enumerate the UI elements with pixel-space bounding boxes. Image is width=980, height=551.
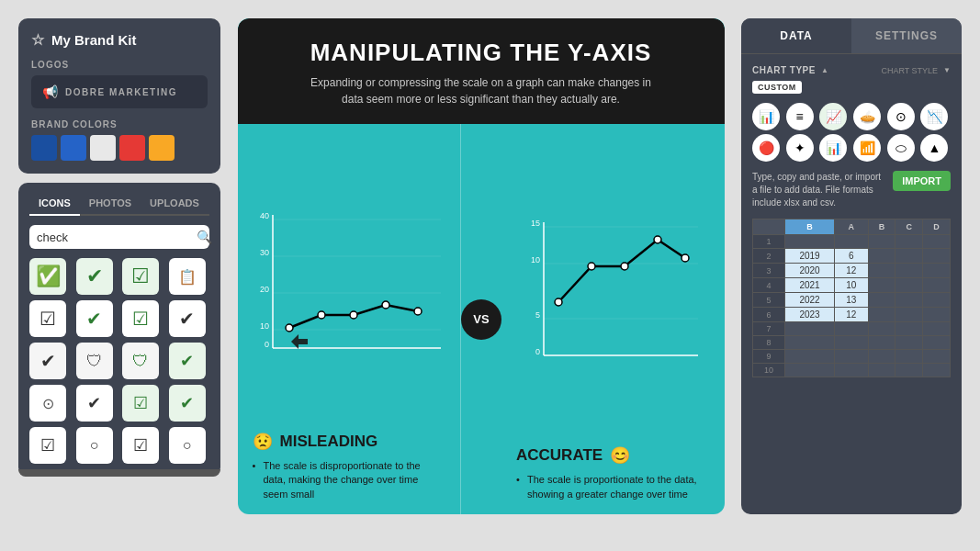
- icon-item[interactable]: ☑: [122, 258, 159, 295]
- icon-item[interactable]: ○: [169, 427, 206, 464]
- cell-e[interactable]: [923, 235, 951, 249]
- cell-c[interactable]: [868, 278, 896, 293]
- cell-b[interactable]: [834, 235, 868, 249]
- icon-item[interactable]: ✔: [169, 343, 206, 379]
- cell-b[interactable]: [834, 350, 868, 364]
- cell-c[interactable]: [868, 350, 896, 364]
- cell-b[interactable]: 12: [834, 264, 868, 278]
- custom-button[interactable]: CUSTOM: [752, 81, 802, 94]
- chart-triangle-icon[interactable]: ▲: [920, 134, 948, 162]
- cell-c[interactable]: [868, 336, 896, 350]
- cell-b[interactable]: [834, 336, 868, 350]
- cell-a[interactable]: 2023: [785, 308, 835, 322]
- cell-d[interactable]: [896, 336, 923, 350]
- col-header-d[interactable]: C: [896, 219, 923, 235]
- cell-e[interactable]: [923, 293, 951, 308]
- cell-a[interactable]: 2022: [785, 293, 835, 308]
- icon-item[interactable]: 🛡: [122, 343, 159, 379]
- cell-b[interactable]: [834, 364, 868, 377]
- cell-e[interactable]: [923, 308, 951, 322]
- cell-a[interactable]: [785, 322, 835, 336]
- cell-c[interactable]: [868, 249, 896, 264]
- icon-item[interactable]: ✔: [76, 385, 113, 422]
- tab-photos[interactable]: PHOTOS: [80, 194, 141, 214]
- cell-d[interactable]: [896, 264, 923, 278]
- cell-c[interactable]: [868, 364, 896, 377]
- col-header-a[interactable]: B: [785, 219, 835, 235]
- icon-item[interactable]: ✔: [76, 300, 113, 337]
- icon-item[interactable]: ✅: [29, 258, 66, 295]
- col-header-e[interactable]: D: [923, 219, 951, 235]
- cell-d[interactable]: [896, 350, 923, 364]
- color-swatch-4[interactable]: [119, 135, 145, 161]
- cell-e[interactable]: [923, 322, 951, 336]
- cell-d[interactable]: [896, 364, 923, 377]
- cell-c[interactable]: [868, 293, 896, 308]
- cell-a[interactable]: 2021: [785, 278, 835, 293]
- color-swatch-5[interactable]: [149, 135, 175, 161]
- chart-scatter-icon[interactable]: 🔴: [752, 134, 780, 162]
- col-header-c[interactable]: B: [868, 219, 896, 235]
- cell-a[interactable]: [785, 364, 835, 377]
- color-swatch-2[interactable]: [61, 135, 86, 161]
- chart-pie-icon[interactable]: 🥧: [853, 103, 881, 130]
- icon-item[interactable]: 🛡: [76, 343, 113, 379]
- tab-uploads[interactable]: UPLOADS: [141, 194, 208, 214]
- tab-icons[interactable]: ICONS: [29, 194, 80, 216]
- tab-data[interactable]: DATA: [741, 18, 851, 53]
- chart-radial-icon[interactable]: ✦: [786, 134, 814, 162]
- icon-item[interactable]: ○: [76, 427, 113, 464]
- cell-d[interactable]: [896, 235, 923, 249]
- cell-a[interactable]: [785, 235, 835, 249]
- cell-e[interactable]: [923, 264, 951, 278]
- cell-d[interactable]: [896, 308, 923, 322]
- cell-e[interactable]: [923, 278, 951, 293]
- chart-oval-icon[interactable]: ⬭: [887, 134, 915, 162]
- chart-column-icon[interactable]: 📊: [819, 134, 847, 162]
- chart-donut-icon[interactable]: ⊙: [887, 103, 915, 130]
- cell-e[interactable]: [923, 350, 951, 364]
- cell-c[interactable]: [868, 264, 896, 278]
- cell-b[interactable]: 6: [834, 249, 868, 264]
- cell-d[interactable]: [896, 249, 923, 264]
- chart-line-icon[interactable]: 📈: [819, 103, 847, 130]
- icon-item[interactable]: ✔: [29, 343, 66, 379]
- import-button[interactable]: IMPORT: [893, 171, 951, 191]
- cell-b[interactable]: 10: [834, 278, 868, 293]
- icon-item[interactable]: 📋: [169, 258, 206, 295]
- cell-e[interactable]: [923, 249, 951, 264]
- search-input[interactable]: [37, 231, 191, 244]
- icon-item[interactable]: ☑: [29, 300, 66, 337]
- cell-a[interactable]: [785, 336, 835, 350]
- cell-a[interactable]: 2019: [785, 249, 835, 264]
- color-swatch-1[interactable]: [31, 135, 57, 161]
- tab-settings[interactable]: SETTINGS: [851, 18, 962, 53]
- icon-item[interactable]: ☑: [122, 385, 159, 422]
- chart-multi-icon[interactable]: 📶: [853, 134, 881, 162]
- cell-c[interactable]: [868, 235, 896, 249]
- cell-b[interactable]: 13: [834, 293, 868, 308]
- icon-item[interactable]: ✔: [169, 300, 206, 337]
- icon-item[interactable]: ⊙: [29, 385, 66, 422]
- cell-c[interactable]: [868, 322, 896, 336]
- col-header-b[interactable]: A: [834, 219, 868, 235]
- icon-item[interactable]: ☑: [122, 427, 159, 464]
- cell-a[interactable]: 2020: [785, 264, 835, 278]
- icon-item[interactable]: ☑: [29, 427, 66, 464]
- chart-table-icon[interactable]: ≡: [786, 103, 814, 130]
- cell-d[interactable]: [896, 278, 923, 293]
- cell-a[interactable]: [785, 350, 835, 364]
- cell-e[interactable]: [923, 364, 951, 377]
- cell-d[interactable]: [896, 293, 923, 308]
- icon-item[interactable]: ✔: [76, 258, 113, 295]
- color-swatch-3[interactable]: [90, 135, 116, 161]
- cell-b[interactable]: [834, 322, 868, 336]
- cell-c[interactable]: [868, 308, 896, 322]
- cell-d[interactable]: [896, 322, 923, 336]
- chart-bar-icon[interactable]: 📊: [752, 103, 780, 130]
- cell-b[interactable]: 12: [834, 308, 868, 322]
- icon-item[interactable]: ✔: [169, 385, 206, 422]
- cell-e[interactable]: [923, 336, 951, 350]
- chart-area-icon[interactable]: 📉: [920, 103, 948, 130]
- icon-item[interactable]: ☑: [122, 300, 159, 337]
